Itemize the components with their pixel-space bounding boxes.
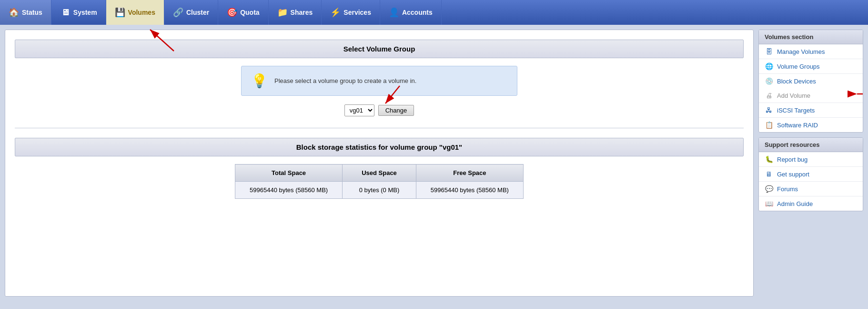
bulb-icon: 💡 xyxy=(251,73,268,89)
info-box: 💡 Please select a volume group to create… xyxy=(241,66,517,96)
change-button[interactable]: Change xyxy=(378,105,414,116)
manage-volumes-icon: 🗄 xyxy=(765,47,773,56)
nav-volumes[interactable]: 💾 Volumes xyxy=(106,0,164,25)
sidebar-get-support[interactable]: 🖥 Get support xyxy=(759,167,863,182)
stats-table: Total Space Used Space Free Space 599654… xyxy=(235,164,524,199)
free-space-value: 59965440 bytes (58560 MB) xyxy=(416,182,523,199)
system-icon: 🖥 xyxy=(60,7,71,18)
vg-select-row: vg01 Change xyxy=(15,104,744,116)
sidebar-support-header: Support resources xyxy=(759,138,863,152)
status-icon: 🏠 xyxy=(9,7,19,18)
nav-cluster[interactable]: 🔗 Cluster xyxy=(164,0,218,25)
cluster-icon: 🔗 xyxy=(173,7,183,18)
sidebar-report-bug[interactable]: 🐛 Report bug xyxy=(759,152,863,167)
used-space-value: 0 bytes (0 MB) xyxy=(343,182,416,199)
top-navigation: 🏠 Status 🖥 System 💾 Volumes 🔗 Cluster 🎯 … xyxy=(0,0,868,25)
sidebar-software-raid[interactable]: 📋 Software RAID xyxy=(759,118,863,132)
nav-system[interactable]: 🖥 System xyxy=(51,0,106,25)
vg-dropdown[interactable]: vg01 xyxy=(344,104,374,116)
services-icon: ⚡ xyxy=(330,7,341,18)
col-free-space: Free Space xyxy=(416,165,523,182)
nav-shares[interactable]: 📁 Shares xyxy=(269,0,322,25)
total-space-value: 59965440 bytes (58560 MB) xyxy=(235,182,343,199)
nav-quota[interactable]: 🎯 Quota xyxy=(218,0,268,25)
block-stats-header: Block storage statistics for volume grou… xyxy=(15,138,744,156)
sidebar-iscsi-targets[interactable]: 🖧 iSCSI Targets xyxy=(759,103,863,118)
nav-services[interactable]: ⚡ Services xyxy=(322,0,380,25)
content-area: Select Volume Group 💡 Please select a vo… xyxy=(5,30,754,297)
section-divider xyxy=(15,128,744,128)
get-support-icon: 🖥 xyxy=(765,170,773,178)
sidebar: Volumes section 🗄 Manage Volumes 🌐 Volum… xyxy=(758,30,863,216)
sidebar-add-volume: 🖨 Add Volume xyxy=(759,88,863,103)
select-vg-header: Select Volume Group xyxy=(15,40,744,58)
forums-icon: 💬 xyxy=(765,185,773,193)
accounts-icon: 👤 xyxy=(389,7,399,18)
col-total-space: Total Space xyxy=(235,165,343,182)
table-row: 59965440 bytes (58560 MB) 0 bytes (0 MB)… xyxy=(235,182,524,199)
sidebar-volumes-header: Volumes section xyxy=(759,30,863,44)
nav-status[interactable]: 🏠 Status xyxy=(0,0,51,25)
iscsi-targets-icon: 🖧 xyxy=(765,106,773,114)
volumes-icon: 💾 xyxy=(115,7,125,18)
block-devices-icon: 💿 xyxy=(765,77,773,85)
sidebar-admin-guide[interactable]: 📖 Admin Guide xyxy=(759,196,863,211)
col-used-space: Used Space xyxy=(343,165,416,182)
add-volume-icon: 🖨 xyxy=(765,91,773,100)
sidebar-manage-volumes[interactable]: 🗄 Manage Volumes xyxy=(759,44,863,59)
volume-groups-icon: 🌐 xyxy=(765,62,773,71)
sidebar-forums[interactable]: 💬 Forums xyxy=(759,182,863,196)
sidebar-block-devices[interactable]: 💿 Block Devices xyxy=(759,74,863,88)
admin-guide-icon: 📖 xyxy=(765,199,773,208)
shares-icon: 📁 xyxy=(277,7,288,18)
report-bug-icon: 🐛 xyxy=(765,155,773,164)
nav-accounts[interactable]: 👤 Accounts xyxy=(380,0,442,25)
main-layout: Select Volume Group 💡 Please select a vo… xyxy=(0,25,868,301)
quota-icon: 🎯 xyxy=(227,7,237,18)
sidebar-volumes-section: Volumes section 🗄 Manage Volumes 🌐 Volum… xyxy=(758,30,863,133)
sidebar-support-section: Support resources 🐛 Report bug 🖥 Get sup… xyxy=(758,137,863,211)
sidebar-volume-groups[interactable]: 🌐 Volume Groups xyxy=(759,59,863,74)
software-raid-icon: 📋 xyxy=(765,121,773,129)
